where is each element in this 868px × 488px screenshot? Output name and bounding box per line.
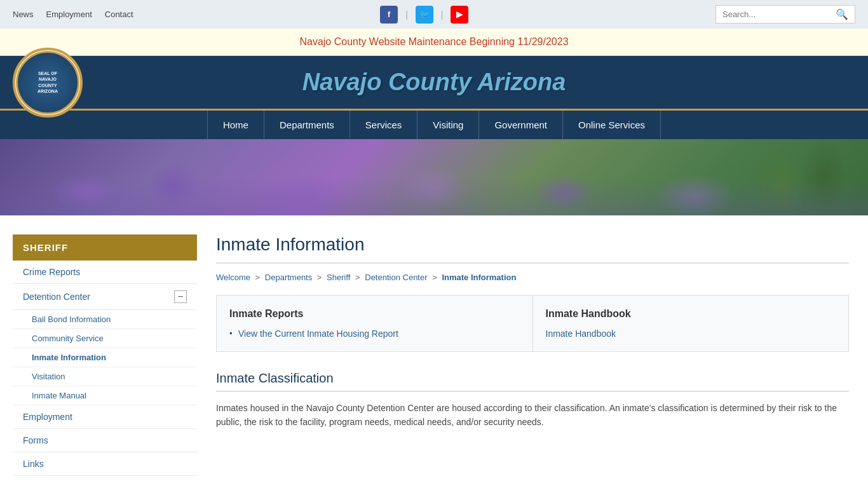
inmate-reports-card: Inmate Reports View the Current Inmate H… [217, 295, 533, 351]
top-bar: News Employment Contact f | 🐦 | ▶ 🔍 [0, 0, 868, 29]
divider-2: | [441, 10, 444, 20]
breadcrumb-welcome[interactable]: Welcome [216, 273, 250, 282]
top-nav-news[interactable]: News [13, 10, 34, 19]
site-header: SEAL OF NAVAJO COUNTY ARIZONA Navajo Cou… [0, 56, 868, 109]
search-input[interactable] [722, 10, 836, 19]
social-icons-group: f | 🐦 | ▶ [380, 6, 468, 24]
sidebar-subitem-community-service[interactable]: Community Service [13, 329, 197, 348]
sidebar-subheader-detention[interactable]: Detention Center − [13, 284, 197, 310]
nav-government[interactable]: Government [479, 111, 563, 139]
nav-services[interactable]: Services [350, 111, 418, 139]
alert-banner: Navajo County Website Maintenance Beginn… [0, 29, 868, 56]
collapse-button[interactable]: − [174, 290, 187, 303]
main-nav: Home Departments Services Visiting Gover… [0, 109, 868, 139]
housing-report-link[interactable]: View the Current Inmate Housing Report [229, 329, 520, 339]
twitter-icon[interactable]: 🐦 [416, 6, 433, 24]
hero-overlay [0, 177, 868, 215]
divider-1: | [405, 10, 408, 20]
breadcrumb-sheriff[interactable]: Sheriff [327, 273, 350, 282]
nav-visiting[interactable]: Visiting [417, 111, 479, 139]
nav-departments[interactable]: Departments [264, 111, 350, 139]
hero-image [0, 139, 868, 215]
info-cards: Inmate Reports View the Current Inmate H… [216, 295, 849, 352]
nav-online-services[interactable]: Online Services [563, 111, 661, 139]
sidebar: SHERIFF Crime Reports Detention Center −… [13, 234, 197, 476]
page-title: Inmate Information [216, 234, 849, 264]
sidebar-item-employment[interactable]: Employment [13, 405, 197, 429]
sidebar-subitem-bail-bond[interactable]: Bail Bond Information [13, 310, 197, 329]
sidebar-subitem-inmate-info[interactable]: Inmate Information [13, 348, 197, 367]
breadcrumb-detention-center[interactable]: Detention Center [365, 273, 427, 282]
logo-text: SEAL OF NAVAJO COUNTY ARIZONA [37, 71, 58, 93]
classification-title: Inmate Classification [216, 371, 849, 392]
facebook-icon[interactable]: f [380, 6, 398, 24]
sidebar-item-crime-reports[interactable]: Crime Reports [13, 261, 197, 284]
sidebar-item-links[interactable]: Links [13, 452, 197, 476]
inmate-reports-title: Inmate Reports [229, 308, 520, 320]
top-nav-contact[interactable]: Contact [105, 10, 133, 19]
breadcrumb-departments[interactable]: Departments [265, 273, 312, 282]
search-container: 🔍 [715, 5, 855, 24]
sidebar-header: SHERIFF [13, 234, 197, 261]
inmate-handbook-title: Inmate Handbook [546, 308, 836, 320]
inmate-handbook-card: Inmate Handbook Inmate Handbook [533, 295, 849, 351]
youtube-icon[interactable]: ▶ [451, 6, 468, 24]
content-area: SHERIFF Crime Reports Detention Center −… [0, 215, 868, 488]
search-button[interactable]: 🔍 [836, 8, 848, 20]
nav-home[interactable]: Home [207, 111, 264, 139]
breadcrumb-current: Inmate Information [442, 273, 516, 282]
top-nav-employment[interactable]: Employment [46, 10, 92, 19]
handbook-link[interactable]: Inmate Handbook [546, 329, 616, 339]
sidebar-subitem-visitation[interactable]: Visitation [13, 367, 197, 386]
site-logo[interactable]: SEAL OF NAVAJO COUNTY ARIZONA [13, 48, 83, 118]
top-nav: News Employment Contact [13, 10, 133, 19]
main-content: Inmate Information Welcome > Departments… [216, 234, 849, 476]
breadcrumb: Welcome > Departments > Sheriff > Detent… [216, 273, 849, 282]
classification-text: Inmates housed in the Navajo County Dete… [216, 401, 849, 430]
sidebar-subitem-inmate-manual[interactable]: Inmate Manual [13, 386, 197, 405]
sidebar-item-forms[interactable]: Forms [13, 429, 197, 452]
alert-text: Navajo County Website Maintenance Beginn… [299, 36, 568, 47]
site-title: Navajo County Arizona [302, 69, 566, 96]
